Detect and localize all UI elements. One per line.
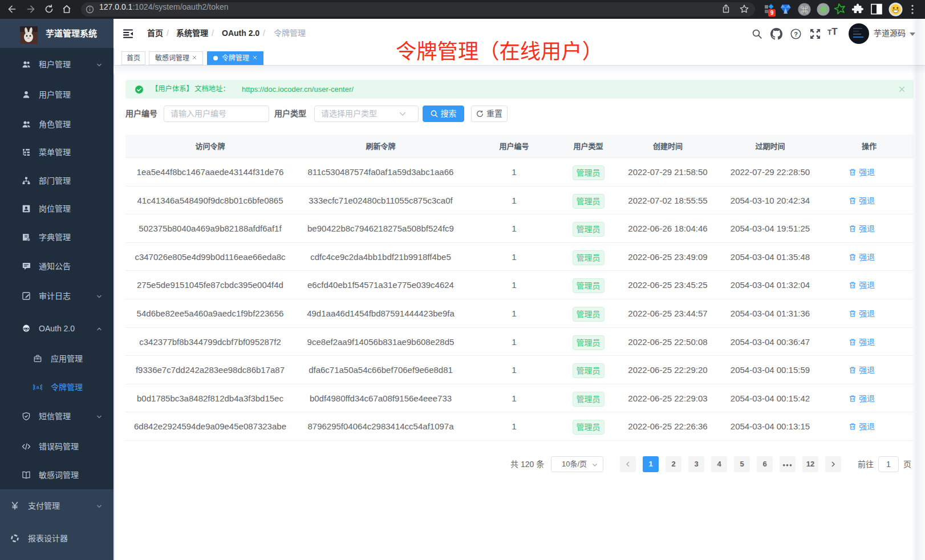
svg-text:9: 9 [770, 10, 774, 16]
svg-text:⌘: ⌘ [801, 5, 809, 14]
svg-text:?: ? [794, 31, 798, 38]
svg-text:a: a [36, 384, 39, 390]
